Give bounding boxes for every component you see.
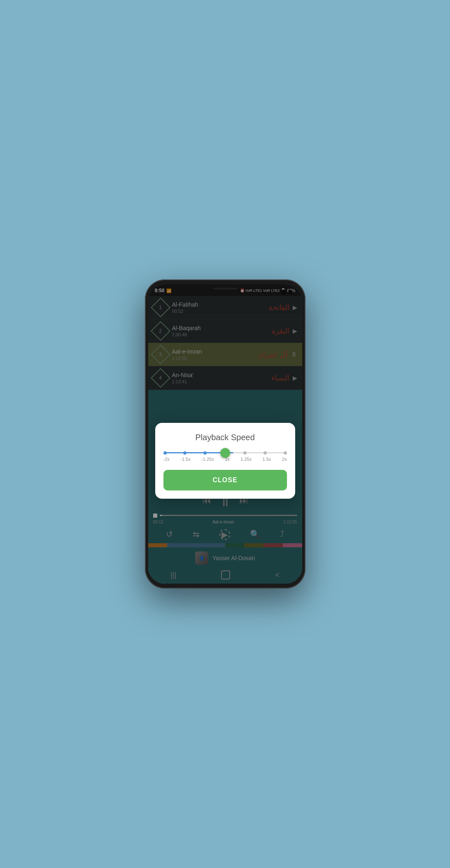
speed-label: -1.5x [180, 457, 190, 462]
tick-minus1-5x[interactable] [183, 451, 187, 455]
close-button[interactable]: CLOSE [163, 470, 287, 490]
speed-label: -1.25x [201, 457, 214, 462]
modal-title: Playback Speed [163, 433, 287, 442]
tick-2x[interactable] [284, 451, 287, 455]
slider-thumb[interactable] [220, 448, 230, 458]
slider-track[interactable] [165, 452, 285, 453]
tick-1-25x[interactable] [243, 451, 247, 455]
phone-screen: 9:50 📶 ⏰ VoR LTE1 VoR LTE2 ▐▌ 67% 1 Al-F… [148, 284, 302, 584]
tick-minus2x[interactable] [163, 451, 167, 455]
modal-overlay: Playback Speed [148, 284, 302, 584]
speed-label: 1.5x [263, 457, 271, 462]
speed-label: -2x [163, 457, 170, 462]
speed-label: 1.25x [240, 457, 252, 462]
tick-1-5x[interactable] [263, 451, 267, 455]
speed-slider-container[interactable] [163, 452, 287, 453]
tick-minus1-25x[interactable] [203, 451, 207, 455]
speed-label: 2x [282, 457, 287, 462]
phone-frame: 9:50 📶 ⏰ VoR LTE1 VoR LTE2 ▐▌ 67% 1 Al-F… [145, 279, 305, 589]
playback-speed-modal: Playback Speed [155, 423, 295, 499]
